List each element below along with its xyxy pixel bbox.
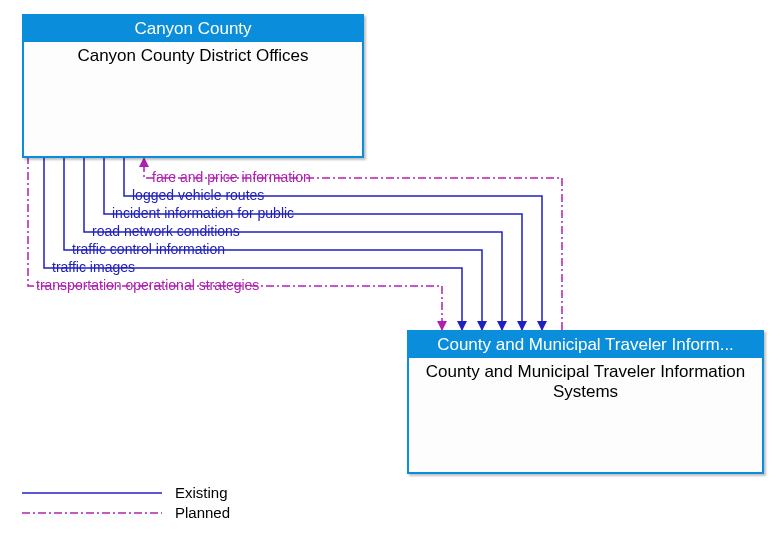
flow-label-traffic-control: traffic control information	[72, 241, 225, 257]
node-a-body: Canyon County District Offices	[24, 42, 362, 70]
flow-label-transport-ops: transportation operational strategies	[36, 277, 259, 293]
flow-label-incident-info: incident information for public	[112, 205, 294, 221]
node-b-header: County and Municipal Traveler Inform...	[409, 332, 762, 358]
legend-label-existing: Existing	[175, 484, 228, 501]
node-county-municipal-traveler-info[interactable]: County and Municipal Traveler Inform... …	[407, 330, 764, 474]
node-a-header: Canyon County	[24, 16, 362, 42]
flow-label-logged-vehicle-routes: logged vehicle routes	[132, 187, 264, 203]
legend-label-planned: Planned	[175, 504, 230, 521]
node-b-body: County and Municipal Traveler Informatio…	[409, 358, 762, 407]
flow-label-traffic-images: traffic images	[52, 259, 135, 275]
flow-label-fare-and-price: fare and price information	[152, 169, 311, 185]
node-canyon-county-district-offices[interactable]: Canyon County Canyon County District Off…	[22, 14, 364, 158]
flow-label-road-network: road network conditions	[92, 223, 240, 239]
